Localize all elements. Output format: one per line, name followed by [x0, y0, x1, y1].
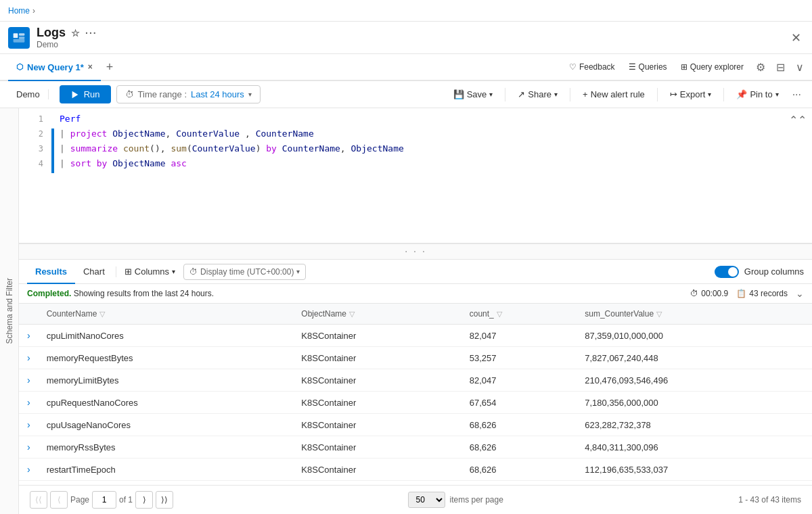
breadcrumb-home[interactable]: Home — [8, 6, 30, 16]
share-chevron-icon: ▾ — [554, 91, 558, 98]
qbar-divider-2 — [570, 88, 570, 101]
cell-counter: memoryRequestBytes — [39, 347, 294, 369]
qbar-divider-3 — [657, 88, 658, 101]
queries-button[interactable]: ☰ Queries — [625, 60, 671, 74]
app-title: Logs ☆ ··· — [37, 26, 788, 40]
filter-icon-objectname[interactable]: ▽ — [349, 310, 355, 319]
svg-rect-3 — [14, 39, 25, 42]
th-count: count_ ▽ — [461, 304, 577, 325]
table-row: › cpuUsageNanoCores K8SContainer 68,626 … — [19, 414, 812, 436]
expand-cell[interactable]: › — [19, 459, 39, 481]
tab-results[interactable]: Results — [27, 260, 75, 284]
new-alert-button[interactable]: + New alert rule — [577, 87, 650, 102]
filter-icon-sum[interactable]: ▽ — [656, 310, 662, 319]
side-panel-label: Schema and Filter — [5, 278, 14, 344]
cell-object: K8SContainer — [293, 392, 461, 414]
share-button[interactable]: ↗ Share ▾ — [512, 87, 563, 102]
group-toggle: Group columns — [715, 266, 804, 278]
side-panel[interactable]: Schema and Filter — [0, 108, 19, 514]
header-more-icon[interactable]: ··· — [85, 28, 97, 39]
page-label: Page — [70, 495, 89, 505]
collapse-editor-button[interactable]: ⌃⌃ — [789, 114, 807, 126]
svg-marker-4 — [72, 91, 78, 98]
code-editor[interactable]: 1 Perf 2 | project ObjectName, CounterVa… — [19, 108, 812, 243]
cell-sum: 87,359,010,000,000 — [577, 325, 812, 347]
cell-counter: restartTimeEpoch — [39, 459, 294, 481]
tab-close-icon[interactable]: × — [88, 62, 93, 72]
code-line-2: 2 | project ObjectName, CounterValue , C… — [19, 128, 812, 143]
pagination: ⟨⟨ ⟨ Page of 1 ⟩ ⟩⟩ 50 100 200 items per… — [19, 485, 812, 514]
editor-area: 1 Perf 2 | project ObjectName, CounterVa… — [19, 108, 812, 514]
pin-icon: 📌 — [736, 89, 747, 99]
filter-icon-count[interactable]: ▽ — [497, 310, 502, 319]
export-icon: ↦ — [670, 89, 677, 99]
resize-dots-icon: · · · — [405, 246, 426, 258]
cell-count: 53,257 — [461, 347, 577, 369]
expand-cell[interactable]: › — [19, 369, 39, 392]
results-tabs: Results Chart ⊞ Columns ▾ ⏱ Display time… — [19, 260, 812, 284]
toggle-knob — [728, 267, 738, 277]
expand-cell[interactable]: › — [19, 414, 39, 436]
expand-cell[interactable]: › — [19, 347, 39, 369]
first-page-button[interactable]: ⟨⟨ — [30, 491, 47, 509]
run-button[interactable]: Run — [60, 85, 111, 103]
table-container: CounterName ▽ ObjectName ▽ — [19, 304, 812, 485]
expand-cell[interactable]: › — [19, 325, 39, 347]
tab-separator — [116, 266, 116, 277]
tab-add-button[interactable]: + — [101, 57, 119, 77]
expand-cell[interactable]: › — [19, 392, 39, 414]
next-page-button[interactable]: ⟩ — [135, 491, 153, 509]
alert-icon: + — [583, 89, 588, 99]
cell-count: 82,047 — [461, 369, 577, 392]
export-button[interactable]: ↦ Export ▾ — [664, 87, 717, 102]
items-per-page-label: items per page — [449, 495, 503, 505]
layout-icon[interactable]: ⊟ — [773, 58, 788, 76]
clock-icon: ⏱ — [189, 267, 198, 277]
cell-object: K8SContainer — [293, 325, 461, 347]
tab-new-query-1[interactable]: ⬡ New Query 1* × — [8, 54, 101, 81]
results-table: CounterName ▽ ObjectName ▽ — [19, 304, 812, 485]
code-line-3: 3 | summarize count(), sum(CounterValue)… — [19, 143, 812, 158]
status-bar: Completed. Showing results from the last… — [19, 284, 812, 304]
expand-results-button[interactable]: ⌄ — [796, 288, 804, 299]
save-button[interactable]: 💾 Save ▾ — [448, 87, 499, 102]
cell-counter: memoryRssBytes — [39, 436, 294, 459]
page-input[interactable] — [92, 491, 116, 509]
expand-cell[interactable]: › — [19, 436, 39, 459]
pin-to-button[interactable]: 📌 Pin to ▾ — [731, 87, 784, 102]
resize-handle[interactable]: · · · — [19, 243, 812, 260]
tab-bar: ⬡ New Query 1* × + ♡ Feedback ☰ Queries … — [0, 54, 812, 81]
display-time-chevron-icon: ▾ — [296, 268, 300, 275]
query-explorer-icon: ⊞ — [681, 62, 687, 72]
records-count[interactable]: 📋 43 records — [736, 289, 788, 298]
th-sum-counter-value: sum_CounterValue ▽ — [577, 304, 812, 325]
qbar-divider-1 — [505, 88, 505, 101]
chevron-down-icon: ▾ — [248, 91, 252, 98]
share-icon: ↗ — [518, 89, 525, 99]
close-button[interactable]: ✕ — [788, 28, 804, 48]
settings-icon[interactable]: ⚙ — [753, 58, 768, 76]
save-icon: 💾 — [453, 89, 464, 99]
display-time-button[interactable]: ⏱ Display time (UTC+00:00) ▾ — [183, 264, 306, 280]
cell-counter: cpuLimitNanoCores — [39, 325, 294, 347]
per-page-select[interactable]: 50 100 200 — [408, 492, 445, 508]
last-page-button[interactable]: ⟩⟩ — [156, 491, 173, 509]
cell-object: K8SContainer — [293, 414, 461, 436]
cell-sum: 623,282,732,378 — [577, 414, 812, 436]
status-text: Completed. Showing results from the last… — [27, 289, 214, 298]
prev-page-button[interactable]: ⟨ — [50, 491, 68, 509]
cell-sum: 4,840,311,300,096 — [577, 436, 812, 459]
cell-counter: memoryLimitBytes — [39, 369, 294, 392]
timer-icon: ⏱ — [690, 289, 698, 298]
code-line-4: 4 | sort by ObjectName asc — [19, 158, 812, 173]
more-actions-button[interactable]: ··· — [790, 86, 804, 103]
time-range-button[interactable]: ⏱ Time range : Last 24 hours ▾ — [116, 85, 261, 103]
columns-button[interactable]: ⊞ Columns ▾ — [119, 264, 181, 279]
tab-chart[interactable]: Chart — [75, 260, 113, 284]
group-columns-toggle[interactable] — [715, 266, 739, 278]
star-icon[interactable]: ☆ — [71, 28, 80, 39]
query-explorer-button[interactable]: ⊞ Query explorer — [677, 60, 748, 74]
expand-icon[interactable]: ∨ — [793, 58, 807, 76]
filter-icon-countername[interactable]: ▽ — [99, 310, 105, 319]
feedback-button[interactable]: ♡ Feedback — [565, 60, 619, 74]
